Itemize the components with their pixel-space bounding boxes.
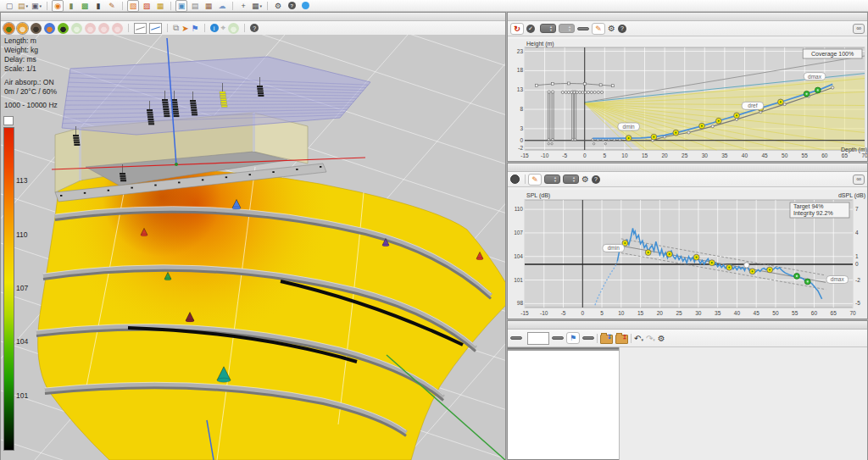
svg-text:45: 45 [761, 152, 768, 158]
snapshot-button[interactable] [582, 336, 594, 340]
scale-tick-label: 104 [16, 337, 42, 346]
link-views-icon[interactable]: ∞ [853, 175, 865, 185]
svg-text:40: 40 [734, 310, 741, 316]
cutview-plane-a-icon[interactable] [134, 23, 147, 34]
spl-color-bar [3, 127, 14, 451]
show-mean-button[interactable] [552, 336, 564, 340]
svg-text:dmin: dmin [608, 245, 620, 251]
svg-text:0: 0 [520, 137, 523, 143]
mapping-grid-icon[interactable]: ▦ [154, 0, 166, 12]
listener-icon[interactable]: ⚑ [192, 24, 199, 33]
open-snapshot-icon[interactable]: ↧ [600, 335, 613, 344]
spl-scale-legend: 113110107104101 [3, 116, 16, 125]
mapping-line-icon[interactable]: ▨ [141, 0, 153, 12]
cutview-plane-b-icon[interactable] [149, 23, 162, 34]
impact-icon[interactable] [58, 23, 69, 34]
svg-text:15: 15 [642, 152, 648, 158]
venue-icon[interactable]: ▩ [79, 0, 91, 12]
link-views-icon[interactable]: ∞ [853, 24, 865, 34]
cutview-chart[interactable]: -15-10-50510152025303540455055606570-203… [508, 39, 867, 161]
spl-settings-icon[interactable]: ⚙ [581, 175, 589, 184]
layout-grid-icon[interactable]: ▦▾ [251, 0, 263, 12]
edit-target-icon[interactable]: ✎ [528, 174, 542, 186]
refresh-cutview-icon[interactable]: ↻ [510, 23, 524, 35]
band-input[interactable] [527, 332, 549, 345]
application-window: ▢▤▾▣▾◉▮▩▮✎▧▨▦▣▤▦☁+▦▾⚙? ⧉➤⚑i⌖? Length: mW… [0, 0, 868, 460]
freq-high-select[interactable]: ▲▼ [563, 175, 579, 184]
report-icon[interactable]: ▤ [189, 0, 201, 12]
pick-probe-icon[interactable]: ⚑ [566, 332, 580, 344]
show-cutview-checkbox[interactable]: ✓ [526, 25, 535, 33]
help-icon[interactable]: ? [250, 24, 259, 32]
frequency-response-chart[interactable] [620, 347, 867, 460]
mapping-off-3-icon[interactable] [98, 23, 109, 34]
spl-target-chart[interactable]: -15-10-505101520253035404550556065709810… [508, 190, 867, 319]
directivity-icon[interactable] [44, 23, 55, 34]
freq-low-select[interactable]: ▲▼ [544, 175, 560, 184]
scale-tick-label: 110 [16, 230, 42, 239]
render-image-icon[interactable]: ▣ [175, 0, 187, 12]
undo-icon[interactable]: ↶▾ [634, 334, 643, 343]
redo-icon[interactable]: ↷▾ [646, 334, 655, 343]
cloud-icon[interactable]: ☁ [216, 0, 228, 12]
edit-mapping-icon[interactable]: ✎ [592, 23, 605, 35]
cutview-plane-select[interactable]: ▲▼ [540, 24, 556, 33]
battery-icon[interactable]: ▮ [65, 0, 77, 12]
coverage-mapping-icon[interactable] [17, 23, 28, 34]
toolbar-separator [267, 2, 268, 10]
mapping-surface-icon[interactable]: ▧ [127, 0, 139, 12]
mapping-off-2-icon[interactable] [85, 23, 96, 34]
mapping-off-1-icon[interactable] [71, 23, 82, 34]
svg-text:Integrity 92.2%: Integrity 92.2% [793, 210, 833, 217]
cutview-settings-icon[interactable]: ⚙ [608, 24, 615, 33]
cart-icon[interactable]: ▦ [203, 0, 214, 12]
cutview-index-select[interactable]: ▲▼ [559, 24, 575, 33]
spl-help-icon[interactable]: ? [592, 175, 600, 184]
svg-text:23: 23 [517, 48, 524, 54]
acoustics-view-toolbar: ⧉➤⚑i⌖? [1, 21, 505, 36]
svg-text:60: 60 [821, 152, 828, 158]
info-line: 1000 - 10000 Hz [4, 101, 58, 110]
open-folder-icon[interactable]: ▤▾ [17, 0, 29, 12]
add-probe-button[interactable] [510, 336, 522, 340]
help-icon[interactable]: ? [286, 0, 298, 12]
source-view-icon[interactable]: ◉ [52, 0, 64, 12]
settings-icon[interactable]: ⚙ [272, 0, 284, 12]
source-cutview-titlebar [508, 13, 867, 21]
save-icon[interactable]: ▣▾ [31, 0, 42, 12]
mapping-off-4-icon[interactable] [112, 23, 123, 34]
orientation-icon[interactable]: ➤ [181, 24, 188, 33]
3d-scene [1, 35, 505, 460]
svg-text:35: 35 [715, 310, 721, 316]
scale-tick-label: 101 [16, 391, 42, 400]
acoustics-view-panel: ⧉➤⚑i⌖? Length: mWeight: kgDelay: msScale… [0, 12, 506, 460]
probe-stand-icon[interactable]: ⌖ [221, 23, 226, 33]
toolbar-separator [128, 24, 129, 32]
tips-icon[interactable] [299, 0, 311, 12]
spl-target-toolbar: ✎ ▲▼ ▲▼ ⚙ ? ∞ [508, 172, 867, 187]
new-document-icon[interactable]: ▢ [3, 0, 15, 12]
svg-text:dref: dref [748, 103, 757, 108]
delay-mapping-icon[interactable] [31, 23, 42, 34]
svg-text:8: 8 [520, 106, 523, 112]
svg-text:Coverage 100%: Coverage 100% [811, 51, 854, 58]
spl-mapping-icon[interactable] [3, 23, 14, 34]
svg-text:20: 20 [657, 310, 664, 316]
3d-viewport[interactable]: Length: mWeight: kgDelay: msScale: 1/1Ai… [1, 35, 505, 460]
non-aud-spl-radio[interactable] [510, 175, 520, 184]
svg-text:-2: -2 [855, 277, 860, 283]
ambient-icon[interactable] [228, 23, 239, 34]
solo-button[interactable] [577, 27, 589, 30]
freq-settings-icon[interactable]: ⚙ [658, 334, 665, 343]
fit-view-icon[interactable]: + [237, 0, 249, 12]
svg-text:55: 55 [802, 152, 809, 158]
acoustics-view-titlebar [1, 13, 505, 21]
spl-target-panel: ✎ ▲▼ ▲▼ ⚙ ? ∞ -15-10-5051015202530354045… [507, 163, 868, 319]
info-icon[interactable]: i [210, 24, 219, 32]
array-icon[interactable]: ▮ [92, 0, 104, 12]
export-view-icon[interactable]: ⧉ [173, 23, 179, 33]
cutview-help-icon[interactable]: ? [618, 25, 626, 33]
svg-text:18: 18 [517, 67, 524, 73]
save-snapshot-icon[interactable]: ↥ [615, 335, 628, 344]
draw-icon[interactable]: ✎ [106, 0, 118, 12]
